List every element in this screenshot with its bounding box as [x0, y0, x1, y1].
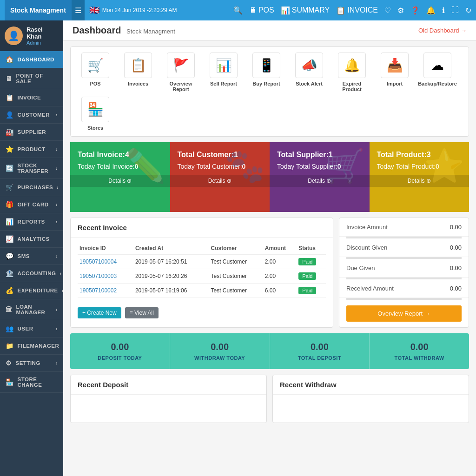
- refresh-icon[interactable]: ↻: [465, 6, 471, 15]
- create-new-button[interactable]: + Create New: [78, 307, 121, 318]
- discount-row: Discount Given 0.00: [339, 238, 469, 257]
- sidebar-item-supplier[interactable]: 🏭SUPPLIER: [0, 124, 63, 141]
- sidebar-item-expenditure[interactable]: 💰EXPENDITURE›: [0, 282, 63, 299]
- qa-item-pos[interactable]: 🛒POS: [76, 53, 114, 92]
- user-info: Rasel Khan Admin: [26, 26, 59, 46]
- qa-label: Stock Alert: [296, 81, 323, 86]
- sidebar-item-product[interactable]: ⭐PRODUCT›: [0, 141, 63, 158]
- qa-icon: 🛒: [81, 53, 109, 78]
- user-name: Rasel Khan: [26, 26, 59, 40]
- bstat-label: WITHDRAW TODAY: [175, 355, 265, 361]
- qa-icon: 📣: [295, 53, 323, 78]
- sidebar-label: SMS: [18, 253, 30, 259]
- sidebar-item-invoice[interactable]: 📋INVOICE: [0, 89, 63, 106]
- bstat-item-total-withdraw: 0.00TOTAL WITHDRAW: [370, 333, 469, 369]
- stat-card-orange: ⭐ Total Product:3 Today Total Product:0 …: [370, 142, 469, 212]
- view-all-button[interactable]: ≡ View All: [125, 307, 159, 318]
- qa-item-import[interactable]: 📥Import: [376, 53, 414, 92]
- sidebar-item-filemanager[interactable]: 📁FILEMANAGER: [0, 337, 63, 355]
- sidebar-toggle[interactable]: ☰: [72, 0, 85, 20]
- sidebar-item-sms[interactable]: 💬SMS›: [0, 248, 63, 265]
- invoice-id-cell: 190507100002: [78, 284, 133, 298]
- invoice-link[interactable]: 📋 INVOICE: [336, 6, 378, 15]
- sidebar-item-customer[interactable]: 👤CUSTOMER›: [0, 106, 63, 124]
- recent-deposit-panel: Recent Deposit: [70, 375, 267, 423]
- qa-item-stock-alert[interactable]: 📣Stock Alert: [290, 53, 328, 92]
- sidebar-item-store-change[interactable]: 🏪STORE CHANGE: [0, 372, 63, 393]
- sidebar-item-setting[interactable]: ⚙SETTING›: [0, 355, 63, 372]
- col-created: Created At: [133, 242, 209, 255]
- due-row: Due Given 0.00: [339, 259, 469, 278]
- summary-link[interactable]: 📊 SUMMARY: [281, 6, 330, 15]
- invoice-section: Recent Invoice Invoice ID Created At Cus…: [70, 218, 469, 328]
- pos-link[interactable]: 🖥 POS: [249, 6, 274, 14]
- col-invoice-id: Invoice ID: [78, 242, 133, 255]
- overview-report-button[interactable]: Overview Report →: [346, 305, 462, 322]
- invoice-table: Invoice ID Created At Customer Amount St…: [78, 242, 326, 298]
- sidebar-icon: 📁: [6, 342, 14, 350]
- discount-val: 0.00: [450, 244, 462, 251]
- qa-item-stores[interactable]: 🏪Stores: [76, 97, 114, 131]
- fullscreen-icon[interactable]: ⛶: [451, 6, 459, 14]
- pos-icon: 🖥: [249, 6, 257, 14]
- status-badge: Paid: [298, 258, 316, 265]
- sidebar-item-user[interactable]: 👥USER›: [0, 320, 63, 337]
- stat-card-purple: 🛒 Total Supplier:1 Today Total Supplier:…: [270, 142, 370, 212]
- qa-item-sell-report[interactable]: 📊Sell Report: [205, 53, 243, 92]
- bstat-label: TOTAL DEPOSIT: [275, 355, 365, 361]
- sidebar-label: ANALYTICS: [18, 236, 50, 242]
- heart-icon[interactable]: ♡: [384, 6, 391, 15]
- sidebar-item-point-of-sale[interactable]: 🖥POINT OF SALE: [0, 68, 63, 89]
- page-title: Dashboard: [73, 25, 121, 35]
- received-row: Received Amount 0.00: [339, 279, 469, 298]
- question-icon[interactable]: ❓: [410, 6, 420, 15]
- invoice-link[interactable]: 190507100004: [79, 258, 117, 265]
- deposit-header: Recent Deposit: [71, 375, 266, 395]
- sidebar-icon: 👥: [6, 325, 14, 332]
- customer-cell: Test Customer: [209, 284, 263, 298]
- sidebar-icon: 💬: [6, 252, 14, 260]
- qa-item-overview-report[interactable]: 🚩Overview Report: [162, 53, 200, 92]
- sidebar-item-accounting[interactable]: 🏦ACCOUNTING›: [0, 265, 63, 282]
- invoice-link[interactable]: 190507100002: [79, 287, 117, 294]
- sidebar-item-analytics[interactable]: 📈ANALYTICS: [0, 231, 63, 248]
- sidebar-item-loan-manager[interactable]: 🏛LOAN MANAGER›: [0, 299, 63, 320]
- chevron-icon: ›: [56, 112, 58, 118]
- qa-label: Overview Report: [162, 81, 200, 92]
- qa-item-expired-product[interactable]: 🔔Expired Product: [333, 53, 371, 92]
- col-amount: Amount: [263, 242, 297, 255]
- gear-icon[interactable]: ⚙: [397, 6, 404, 15]
- bstat-value: 0.00: [374, 342, 464, 352]
- qa-icon: 📊: [210, 53, 238, 78]
- qa-item-invoices[interactable]: 📋Invoices: [119, 53, 157, 92]
- bstat-label: DEPOSIT TODAY: [75, 355, 165, 361]
- invoice-link[interactable]: 190507100003: [79, 273, 117, 279]
- old-dashboard-link[interactable]: Old Dashboard →: [418, 27, 467, 34]
- status-badge: Paid: [298, 287, 316, 294]
- qa-label: Invoices: [128, 81, 148, 86]
- search-icon[interactable]: 🔍: [233, 6, 243, 15]
- qa-item-backup/restore[interactable]: ☁Backup/Restore: [418, 53, 456, 92]
- sidebar-label: LOAN MANAGER: [16, 304, 53, 315]
- sidebar-item-stock-transfer[interactable]: 🔄STOCK TRANSFER›: [0, 158, 63, 179]
- sidebar-item-gift-card[interactable]: 🎁GIFT CARD›: [0, 196, 63, 213]
- page-title-group: Dashboard Stock Managment: [73, 25, 175, 36]
- chevron-icon: ›: [56, 147, 58, 152]
- bell-icon[interactable]: 🔔: [426, 6, 436, 15]
- invoice-stats-panel: Invoice Amount 0.00 Discount Given 0.00 …: [339, 218, 469, 328]
- sidebar-item-reports[interactable]: 📊REPORTS›: [0, 213, 63, 231]
- sidebar-icon: 🏭: [6, 128, 14, 136]
- created-cell: 2019-05-07 16:20:51: [133, 255, 209, 269]
- bstat-value: 0.00: [175, 342, 265, 352]
- qa-item-buy-report[interactable]: 📱Buy Report: [247, 53, 285, 92]
- stat-cards: ✏️ Total Invoice:4 Today Total Invoice:0…: [70, 142, 469, 212]
- sidebar-label: REPORTS: [18, 219, 45, 225]
- help-icon[interactable]: ℹ: [442, 6, 445, 15]
- chart-icon: 📊: [281, 6, 290, 15]
- stat-bg-icon: 🐾: [225, 147, 265, 185]
- sidebar-icon: 🏦: [6, 270, 14, 277]
- invoice-table-body: Invoice ID Created At Customer Amount St…: [71, 238, 333, 303]
- sidebar-item-purchases[interactable]: 🛒PURCHASES›: [0, 179, 63, 196]
- dashboard-header: Dashboard Stock Managment Old Dashboard …: [63, 20, 476, 41]
- sidebar-item-dashboard[interactable]: 🏠DASHBOARD: [0, 51, 63, 68]
